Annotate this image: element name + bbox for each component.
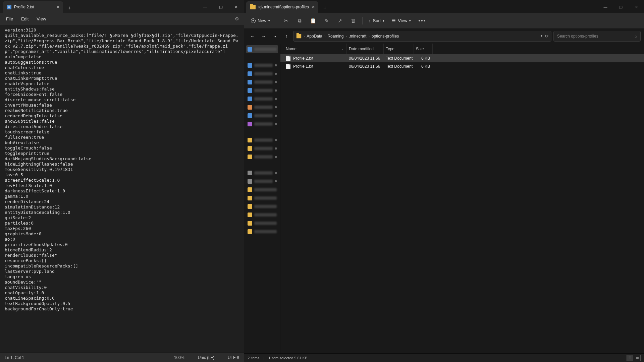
close-button[interactable]: ✕ [629, 1, 644, 13]
cursor-position: Ln 1, Col 1 [5, 355, 24, 360]
sidebar-item[interactable] [246, 228, 278, 236]
explorer-tab[interactable]: ıg\.minecraft\options-profiles ✕ [246, 1, 318, 13]
sort-indicator-icon: ⌄ [341, 47, 344, 51]
sidebar-item[interactable] [246, 70, 278, 78]
recent-button[interactable]: ▾ [270, 32, 280, 41]
view-icon: ☰ [392, 18, 396, 23]
sidebar-item[interactable] [246, 169, 278, 177]
sidebar-item[interactable] [246, 78, 278, 86]
sidebar-item[interactable] [246, 103, 278, 111]
sidebar-item[interactable] [246, 95, 278, 103]
new-tab-button[interactable]: + [320, 3, 330, 13]
notepad-file-icon: ≡ [7, 5, 11, 9]
window-controls: — ▢ ✕ [598, 1, 644, 13]
sidebar-item[interactable] [246, 194, 278, 202]
sidebar-item[interactable] [246, 144, 278, 153]
maximize-button[interactable]: ▢ [613, 1, 629, 13]
sidebar-item[interactable] [246, 86, 278, 95]
view-toggle: ☰ ▦ [627, 355, 641, 361]
file-date: 08/04/2023 11:56 [347, 56, 384, 61]
explorer-titlebar: ıg\.minecraft\options-profiles ✕ + — ▢ ✕ [244, 0, 644, 13]
menu-view[interactable]: View [33, 15, 49, 23]
close-button[interactable]: ✕ [228, 1, 244, 13]
notepad-tab[interactable]: ≡ Profile 2.txt ✕ [3, 1, 63, 13]
sidebar-item[interactable] [246, 219, 278, 227]
text-file-icon [286, 56, 290, 61]
sidebar-item[interactable] [246, 211, 278, 219]
search-icon: ⌕ [635, 34, 637, 39]
table-row[interactable]: Profile 1.txt 08/04/2023 11:56 Text Docu… [280, 62, 644, 70]
sidebar-item[interactable] [246, 45, 278, 53]
file-name: Profile 2.txt [293, 56, 347, 61]
table-row[interactable]: Profile 2.txt 08/04/2023 11:56 Text Docu… [280, 54, 644, 62]
search-input[interactable]: Search options-profiles ⌕ [553, 31, 641, 42]
new-label: New [258, 18, 266, 23]
notepad-titlebar: ≡ Profile 2.txt ✕ + — ▢ ✕ [0, 0, 244, 13]
sidebar-item[interactable] [246, 120, 278, 128]
file-date: 08/04/2023 11:56 [347, 64, 384, 69]
sort-label: Sort [373, 18, 381, 23]
column-date[interactable]: Date modified [347, 44, 384, 54]
sidebar-item[interactable] [246, 112, 278, 120]
details-view-icon[interactable]: ☰ [627, 355, 633, 361]
breadcrumb-item[interactable]: Roaming [327, 34, 343, 39]
up-button[interactable]: ↑ [282, 32, 291, 41]
search-placeholder: Search options-profiles [557, 34, 632, 39]
thumbnails-view-icon[interactable]: ▦ [634, 355, 641, 361]
sidebar-item[interactable] [246, 136, 278, 144]
gear-icon[interactable]: ⚙ [233, 15, 241, 23]
column-size[interactable]: Size [414, 44, 433, 54]
back-button[interactable]: ← [248, 32, 257, 41]
new-tab-button[interactable]: + [65, 3, 74, 13]
chevron-down-icon[interactable]: ▾ [541, 34, 542, 39]
encoding: UTF-8 [228, 355, 239, 360]
delete-icon[interactable]: 🗑 [347, 15, 359, 26]
minimize-button[interactable]: — [198, 1, 213, 13]
explorer-window: ıg\.minecraft\options-profiles ✕ + — ▢ ✕… [244, 0, 644, 362]
breadcrumb[interactable]: › AppData › Roaming › .minecraft › optio… [293, 31, 551, 42]
sidebar-item[interactable] [246, 61, 278, 69]
minimize-button[interactable]: — [598, 1, 613, 13]
explorer-sidebar[interactable] [244, 44, 280, 353]
new-button[interactable]: + New ▾ [248, 16, 273, 25]
line-ending: Unix (LF) [198, 355, 214, 360]
folder-icon [250, 5, 256, 9]
breadcrumb-item[interactable]: AppData [307, 34, 322, 39]
explorer-toolbar: + New ▾ ✂ ⧉ 📋 ✎ ↗ 🗑 ↕ Sort ▾ ☰ View ▾ ••… [244, 13, 644, 29]
sidebar-item[interactable] [246, 177, 278, 185]
chevron-down-icon: ▾ [383, 19, 384, 22]
folder-icon [297, 34, 301, 39]
share-icon[interactable]: ↗ [334, 15, 345, 26]
file-size: 6 KB [414, 64, 433, 69]
paste-icon[interactable]: 📋 [307, 15, 319, 26]
column-type[interactable]: Type [384, 44, 414, 54]
sort-button[interactable]: ↕ Sort ▾ [366, 16, 387, 25]
forward-button[interactable]: → [259, 32, 268, 41]
selection-info: 1 item selected 5.61 KB [268, 356, 307, 360]
explorer-statusbar: 2 items | 1 item selected 5.61 KB ☰ ▦ [244, 353, 644, 362]
copy-icon[interactable]: ⧉ [294, 15, 305, 26]
breadcrumb-item[interactable]: .minecraft [349, 34, 367, 39]
close-icon[interactable]: ✕ [56, 5, 60, 9]
sidebar-item[interactable] [246, 186, 278, 194]
more-button[interactable]: ••• [416, 16, 429, 25]
explorer-address-bar: ← → ▾ ↑ › AppData › Roaming › .minecraft… [244, 29, 644, 44]
column-name[interactable]: Name ⌄ [284, 44, 347, 54]
sidebar-item[interactable] [246, 202, 278, 210]
view-button[interactable]: ☰ View ▾ [389, 16, 414, 25]
sidebar-item[interactable] [246, 153, 278, 161]
text-file-icon [286, 64, 290, 69]
explorer-tab-title: ıg\.minecraft\options-profiles [258, 5, 309, 9]
menu-file[interactable]: File [3, 15, 16, 23]
cut-icon[interactable]: ✂ [280, 15, 292, 26]
menu-edit[interactable]: Edit [18, 15, 32, 23]
notepad-textarea[interactable]: version:3120 quilt_available_resource_pa… [0, 25, 244, 353]
refresh-icon[interactable]: ⟳ [545, 34, 548, 39]
maximize-button[interactable]: ▢ [213, 1, 228, 13]
close-icon[interactable]: ✕ [312, 5, 315, 9]
view-label: View [398, 18, 407, 23]
window-controls: — ▢ ✕ [198, 1, 244, 13]
rename-icon[interactable]: ✎ [321, 15, 332, 26]
item-count: 2 items [248, 356, 259, 360]
breadcrumb-item[interactable]: options-profiles [372, 34, 399, 39]
